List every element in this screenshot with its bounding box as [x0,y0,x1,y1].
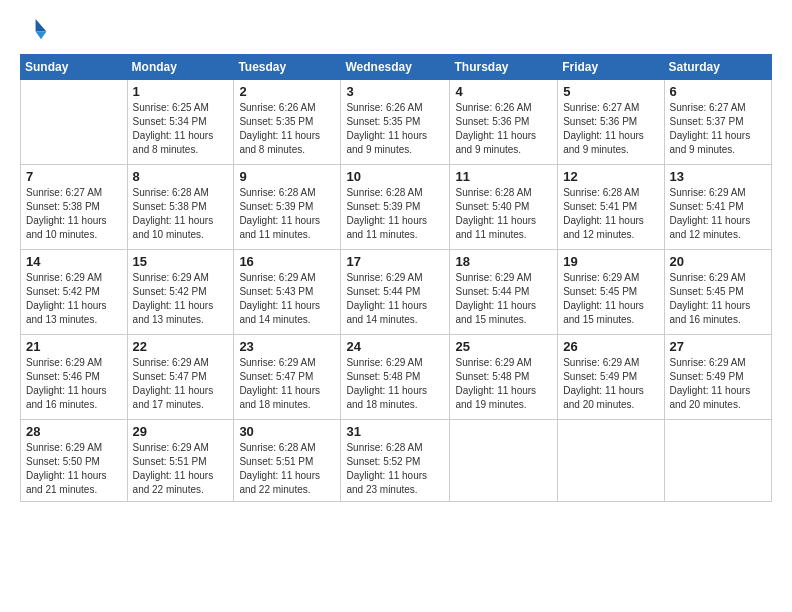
day-info: Sunrise: 6:29 AM Sunset: 5:43 PM Dayligh… [239,271,335,327]
day-info: Sunrise: 6:29 AM Sunset: 5:50 PM Dayligh… [26,441,122,497]
day-number: 23 [239,339,335,354]
day-info: Sunrise: 6:29 AM Sunset: 5:41 PM Dayligh… [670,186,766,242]
calendar-header-row: SundayMondayTuesdayWednesdayThursdayFrid… [21,55,772,80]
page: SundayMondayTuesdayWednesdayThursdayFrid… [0,0,792,518]
day-number: 5 [563,84,658,99]
weekday-header: Wednesday [341,55,450,80]
day-number: 16 [239,254,335,269]
calendar-cell: 18Sunrise: 6:29 AM Sunset: 5:44 PM Dayli… [450,250,558,335]
calendar-cell: 17Sunrise: 6:29 AM Sunset: 5:44 PM Dayli… [341,250,450,335]
day-info: Sunrise: 6:29 AM Sunset: 5:49 PM Dayligh… [563,356,658,412]
day-number: 4 [455,84,552,99]
day-number: 21 [26,339,122,354]
day-number: 20 [670,254,766,269]
weekday-header: Monday [127,55,234,80]
day-info: Sunrise: 6:29 AM Sunset: 5:44 PM Dayligh… [346,271,444,327]
day-info: Sunrise: 6:29 AM Sunset: 5:48 PM Dayligh… [455,356,552,412]
day-info: Sunrise: 6:29 AM Sunset: 5:46 PM Dayligh… [26,356,122,412]
day-number: 15 [133,254,229,269]
day-info: Sunrise: 6:28 AM Sunset: 5:38 PM Dayligh… [133,186,229,242]
day-info: Sunrise: 6:28 AM Sunset: 5:40 PM Dayligh… [455,186,552,242]
calendar-cell: 7Sunrise: 6:27 AM Sunset: 5:38 PM Daylig… [21,165,128,250]
day-info: Sunrise: 6:29 AM Sunset: 5:48 PM Dayligh… [346,356,444,412]
calendar-cell: 26Sunrise: 6:29 AM Sunset: 5:49 PM Dayli… [558,335,664,420]
day-info: Sunrise: 6:29 AM Sunset: 5:45 PM Dayligh… [670,271,766,327]
calendar-cell: 8Sunrise: 6:28 AM Sunset: 5:38 PM Daylig… [127,165,234,250]
day-number: 19 [563,254,658,269]
day-number: 24 [346,339,444,354]
calendar-cell: 25Sunrise: 6:29 AM Sunset: 5:48 PM Dayli… [450,335,558,420]
day-number: 3 [346,84,444,99]
day-info: Sunrise: 6:28 AM Sunset: 5:52 PM Dayligh… [346,441,444,497]
day-info: Sunrise: 6:27 AM Sunset: 5:36 PM Dayligh… [563,101,658,157]
day-number: 2 [239,84,335,99]
day-info: Sunrise: 6:26 AM Sunset: 5:35 PM Dayligh… [346,101,444,157]
calendar-week-row: 1Sunrise: 6:25 AM Sunset: 5:34 PM Daylig… [21,80,772,165]
day-number: 8 [133,169,229,184]
calendar-cell: 14Sunrise: 6:29 AM Sunset: 5:42 PM Dayli… [21,250,128,335]
calendar-cell: 27Sunrise: 6:29 AM Sunset: 5:49 PM Dayli… [664,335,771,420]
day-number: 17 [346,254,444,269]
calendar-cell: 23Sunrise: 6:29 AM Sunset: 5:47 PM Dayli… [234,335,341,420]
day-number: 28 [26,424,122,439]
calendar-cell: 4Sunrise: 6:26 AM Sunset: 5:36 PM Daylig… [450,80,558,165]
weekday-header: Tuesday [234,55,341,80]
day-number: 7 [26,169,122,184]
day-info: Sunrise: 6:28 AM Sunset: 5:39 PM Dayligh… [346,186,444,242]
day-info: Sunrise: 6:26 AM Sunset: 5:36 PM Dayligh… [455,101,552,157]
calendar-cell: 1Sunrise: 6:25 AM Sunset: 5:34 PM Daylig… [127,80,234,165]
day-number: 31 [346,424,444,439]
weekday-header: Saturday [664,55,771,80]
weekday-header: Sunday [21,55,128,80]
calendar-cell [664,420,771,502]
day-number: 9 [239,169,335,184]
day-number: 27 [670,339,766,354]
calendar-cell [450,420,558,502]
day-number: 25 [455,339,552,354]
calendar-cell: 30Sunrise: 6:28 AM Sunset: 5:51 PM Dayli… [234,420,341,502]
calendar-cell [558,420,664,502]
calendar-week-row: 28Sunrise: 6:29 AM Sunset: 5:50 PM Dayli… [21,420,772,502]
day-info: Sunrise: 6:29 AM Sunset: 5:47 PM Dayligh… [239,356,335,412]
calendar-cell: 15Sunrise: 6:29 AM Sunset: 5:42 PM Dayli… [127,250,234,335]
day-info: Sunrise: 6:27 AM Sunset: 5:38 PM Dayligh… [26,186,122,242]
calendar-cell: 11Sunrise: 6:28 AM Sunset: 5:40 PM Dayli… [450,165,558,250]
day-number: 18 [455,254,552,269]
calendar-cell: 13Sunrise: 6:29 AM Sunset: 5:41 PM Dayli… [664,165,771,250]
logo-icon [20,16,48,44]
day-info: Sunrise: 6:29 AM Sunset: 5:47 PM Dayligh… [133,356,229,412]
day-info: Sunrise: 6:28 AM Sunset: 5:39 PM Dayligh… [239,186,335,242]
calendar-week-row: 21Sunrise: 6:29 AM Sunset: 5:46 PM Dayli… [21,335,772,420]
day-number: 1 [133,84,229,99]
day-info: Sunrise: 6:26 AM Sunset: 5:35 PM Dayligh… [239,101,335,157]
day-info: Sunrise: 6:29 AM Sunset: 5:49 PM Dayligh… [670,356,766,412]
day-info: Sunrise: 6:25 AM Sunset: 5:34 PM Dayligh… [133,101,229,157]
calendar-cell [21,80,128,165]
calendar-cell: 9Sunrise: 6:28 AM Sunset: 5:39 PM Daylig… [234,165,341,250]
svg-marker-1 [36,32,47,40]
calendar-cell: 31Sunrise: 6:28 AM Sunset: 5:52 PM Dayli… [341,420,450,502]
day-info: Sunrise: 6:29 AM Sunset: 5:45 PM Dayligh… [563,271,658,327]
day-number: 10 [346,169,444,184]
day-info: Sunrise: 6:28 AM Sunset: 5:41 PM Dayligh… [563,186,658,242]
day-number: 13 [670,169,766,184]
day-info: Sunrise: 6:29 AM Sunset: 5:51 PM Dayligh… [133,441,229,497]
svg-marker-0 [36,19,47,31]
calendar-cell: 10Sunrise: 6:28 AM Sunset: 5:39 PM Dayli… [341,165,450,250]
weekday-header: Friday [558,55,664,80]
calendar-cell: 12Sunrise: 6:28 AM Sunset: 5:41 PM Dayli… [558,165,664,250]
day-number: 26 [563,339,658,354]
day-number: 29 [133,424,229,439]
header [20,16,772,44]
day-number: 12 [563,169,658,184]
calendar-cell: 20Sunrise: 6:29 AM Sunset: 5:45 PM Dayli… [664,250,771,335]
day-info: Sunrise: 6:29 AM Sunset: 5:44 PM Dayligh… [455,271,552,327]
logo [20,16,52,44]
day-number: 6 [670,84,766,99]
weekday-header: Thursday [450,55,558,80]
calendar-cell: 22Sunrise: 6:29 AM Sunset: 5:47 PM Dayli… [127,335,234,420]
day-info: Sunrise: 6:29 AM Sunset: 5:42 PM Dayligh… [26,271,122,327]
calendar-week-row: 14Sunrise: 6:29 AM Sunset: 5:42 PM Dayli… [21,250,772,335]
calendar-cell: 24Sunrise: 6:29 AM Sunset: 5:48 PM Dayli… [341,335,450,420]
calendar-cell: 19Sunrise: 6:29 AM Sunset: 5:45 PM Dayli… [558,250,664,335]
